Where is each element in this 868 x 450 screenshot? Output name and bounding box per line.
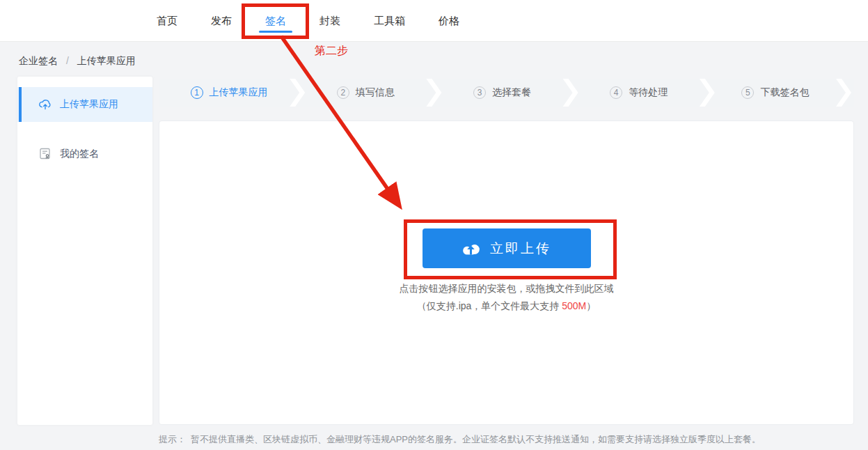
restriction-prefix: （仅支持.ipa，单个文件最大支持	[417, 300, 562, 311]
footer-tip: 提示：暂不提供直播类、区块链虚拟币、金融理财等违规APP的签名服务。企业证签名默…	[159, 433, 761, 446]
step-2-fill-info: 2 填写信息	[295, 79, 436, 107]
step-number: 2	[337, 86, 349, 99]
cloud-upload-icon	[38, 98, 52, 111]
nav-item-publish[interactable]: 发布	[211, 0, 232, 42]
step-label: 等待处理	[629, 86, 668, 99]
nav-item-package[interactable]: 封装	[319, 0, 340, 42]
tip-text: 暂不提供直播类、区块链虚拟币、金融理财等违规APP的签名服务。企业证签名默认不支…	[191, 434, 761, 444]
upload-restrictions-text: （仅支持.ipa，单个文件最大支持 500M）	[159, 300, 853, 313]
step-label: 下载签名包	[760, 86, 809, 99]
sidebar-item-my-signatures[interactable]: 我的签名	[17, 137, 152, 171]
breadcrumb-current: 上传苹果应用	[77, 55, 136, 66]
nav-item-price[interactable]: 价格	[439, 0, 459, 42]
step-label: 上传苹果应用	[210, 86, 268, 99]
nav-item-toolbox[interactable]: 工具箱	[374, 0, 405, 42]
sidebar-item-label: 我的签名	[60, 148, 99, 160]
tip-label: 提示：	[159, 434, 186, 444]
step-number: 5	[741, 86, 754, 99]
upload-button-label: 立即上传	[490, 240, 551, 258]
breadcrumb-separator: /	[66, 55, 69, 66]
signature-doc-icon	[38, 148, 52, 160]
step-label: 填写信息	[356, 86, 395, 99]
step-label: 选择套餐	[492, 86, 531, 99]
upload-hint-text: 点击按钮选择应用的安装包，或拖拽文件到此区域	[159, 283, 853, 295]
main-nav: 首页 发布 签名 封装 工具箱 价格	[157, 0, 459, 42]
step-number: 3	[473, 86, 486, 99]
breadcrumb: 企业签名 / 上传苹果应用	[19, 55, 136, 68]
upload-now-button[interactable]: 立即上传	[423, 228, 591, 268]
annotation-step-two-label: 第二步	[315, 44, 348, 59]
steps-bar: 1 上传苹果应用 2 填写信息 3 选择套餐 4 等待处理 5 下载签名包	[159, 79, 854, 107]
step-number: 1	[191, 86, 203, 99]
max-size-value: 500M	[562, 300, 586, 311]
nav-item-home[interactable]: 首页	[157, 0, 177, 42]
cloud-upload-icon	[461, 241, 481, 256]
sidebar-item-label: 上传苹果应用	[60, 98, 118, 111]
step-1-upload: 1 上传苹果应用	[159, 79, 299, 107]
restriction-suffix: ）	[586, 300, 596, 311]
page: 首页 发布 签名 封装 工具箱 价格 企业签名 / 上传苹果应用 上传苹果应用	[0, 0, 868, 450]
step-3-choose-plan: 3 选择套餐	[432, 79, 572, 107]
step-4-wait-processing: 4 等待处理	[569, 79, 709, 107]
nav-item-signature[interactable]: 签名	[265, 0, 286, 42]
sidebar-item-upload-apple-app[interactable]: 上传苹果应用	[17, 87, 152, 122]
top-header: 首页 发布 签名 封装 工具箱 价格	[0, 0, 868, 42]
step-5-download-package: 5 下载签名包	[705, 79, 846, 107]
upload-panel: 立即上传 点击按钮选择应用的安装包，或拖拽文件到此区域 （仅支持.ipa，单个文…	[159, 121, 854, 425]
step-number: 4	[610, 86, 622, 99]
breadcrumb-parent[interactable]: 企业签名	[19, 55, 58, 66]
sidebar: 上传苹果应用 我的签名	[17, 77, 152, 425]
